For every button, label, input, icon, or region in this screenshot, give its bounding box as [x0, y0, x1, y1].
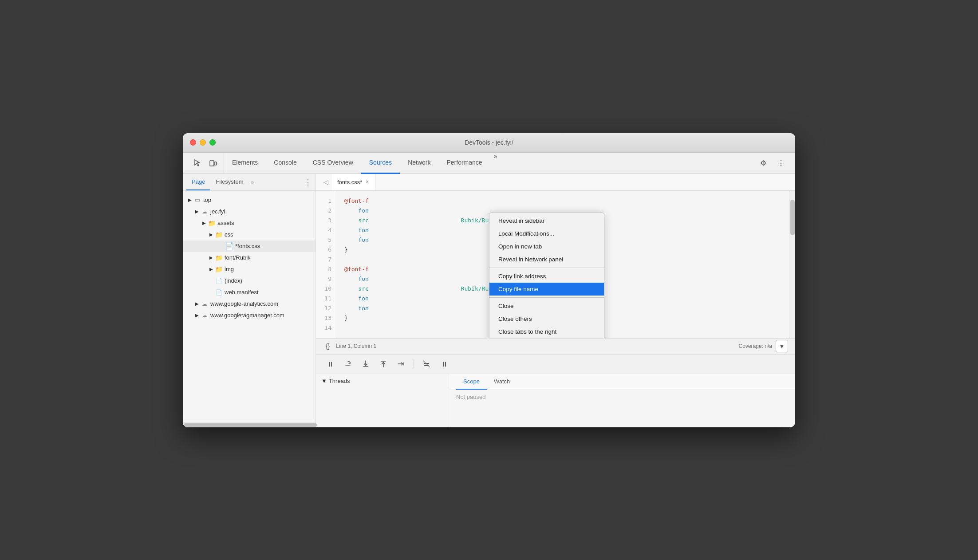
settings-button[interactable]: ⚙	[756, 156, 770, 170]
file-icon-webmanifest: 📄	[215, 288, 223, 296]
tree-label-googletagmanager: www.googletagmanager.com	[210, 312, 284, 319]
pause-button[interactable]: ⏸	[323, 357, 337, 371]
threads-arrow: ▼	[321, 378, 327, 384]
ctx-close-right[interactable]: Close tabs to the right	[489, 325, 604, 338]
toggle-sidebar-button[interactable]: ◁	[319, 176, 332, 188]
tree-item-fonts-css[interactable]: ▶ 📄 *fonts.css	[183, 241, 315, 252]
maximize-button[interactable]	[209, 139, 216, 146]
editor-scrollbar[interactable]	[789, 191, 795, 338]
coverage-button[interactable]: ▼	[776, 340, 788, 352]
svg-rect-1	[214, 162, 217, 165]
tree-label-jecfyi: jec.fyi	[210, 208, 225, 215]
tab-network[interactable]: Network	[400, 153, 438, 174]
line-num-3: 3	[316, 216, 337, 225]
sidebar-tab-filesystem[interactable]: Filesystem	[210, 174, 248, 190]
bottom-tab-watch[interactable]: Watch	[487, 374, 517, 390]
ctx-reveal-sidebar[interactable]: Reveal in sidebar	[489, 214, 604, 227]
tree-item-jecfyi[interactable]: ▶ ☁ jec.fyi	[183, 206, 315, 217]
tree-label-fonts-css: *fonts.css	[235, 243, 260, 249]
ctx-reveal-network[interactable]: Reveal in Network panel	[489, 253, 604, 266]
tree-label-assets: assets	[217, 220, 234, 226]
tab-elements[interactable]: Elements	[224, 153, 266, 174]
tab-css-overview[interactable]: CSS Overview	[305, 153, 361, 174]
tab-console[interactable]: Console	[266, 153, 304, 174]
tree-item-img[interactable]: ▶ 📁 img	[183, 264, 315, 275]
tree-item-webmanifest[interactable]: ▶ 📄 web.manifest	[183, 287, 315, 298]
sidebar-menu-button[interactable]: ⋮	[304, 177, 312, 187]
sidebar-more-tabs[interactable]: »	[251, 179, 254, 185]
bottom-content: ▼ Threads Scope Watch Not paused	[316, 374, 795, 427]
line-num-5: 5	[316, 235, 337, 245]
tree-item-top[interactable]: ▶ ▭ top	[183, 194, 315, 206]
format-button[interactable]: {}	[323, 339, 332, 353]
status-right: Coverage: n/a ▼	[739, 340, 788, 352]
ctx-copy-link[interactable]: Copy link address	[489, 270, 604, 283]
more-tabs-button[interactable]: »	[490, 153, 501, 174]
square-icon: ▭	[193, 196, 201, 204]
step-button[interactable]	[394, 357, 408, 371]
ctx-divider-2	[489, 297, 604, 298]
line-num-10: 10	[316, 284, 337, 294]
line-num-14: 14	[316, 323, 337, 333]
pause-exceptions-button[interactable]: ⏸	[437, 357, 451, 371]
cursor-position: Line 1, Column 1	[336, 343, 376, 349]
sidebar-hscrollbar-thumb	[184, 423, 317, 427]
tree-label-fontrubik: font/Rubik	[225, 254, 251, 261]
tree-arrow-googletagmanager: ▶	[193, 312, 201, 319]
line-num-11: 11	[316, 294, 337, 304]
ctx-close[interactable]: Close	[489, 300, 604, 312]
context-menu: Reveal in sidebar Local Modifications...…	[489, 212, 604, 338]
tree-item-fontrubik[interactable]: ▶ 📁 font/Rubik	[183, 252, 315, 264]
tree-arrow-jecfyi: ▶	[193, 208, 201, 215]
tree-item-google-analytics[interactable]: ▶ ☁ www.google-analytics.com	[183, 298, 315, 310]
more-options-button[interactable]: ⋮	[774, 156, 788, 170]
ctx-close-others[interactable]: Close others	[489, 312, 604, 325]
tree-item-css[interactable]: ▶ 📁 css	[183, 229, 315, 241]
inspect-icon[interactable]	[190, 156, 204, 170]
threads-header[interactable]: ▼ Threads	[321, 378, 443, 384]
toolbar-tabs: Elements Console CSS Overview Sources Ne…	[224, 153, 753, 174]
cloud-icon-googletagmanager: ☁	[201, 312, 209, 319]
line-num-4: 4	[316, 225, 337, 235]
step-into-button[interactable]	[359, 357, 373, 371]
tree-item-assets[interactable]: ▶ 📁 assets	[183, 217, 315, 229]
line-num-9: 9	[316, 274, 337, 284]
line-num-7: 7	[316, 255, 337, 264]
tree-item-googletagmanager[interactable]: ▶ ☁ www.googletagmanager.com	[183, 310, 315, 321]
folder-icon-assets: 📁	[208, 219, 216, 227]
file-icon-index: 📄	[215, 277, 223, 285]
scope-content: Not paused	[449, 390, 795, 427]
minimize-button[interactable]	[200, 139, 206, 146]
editor-tabs: ◁ fonts.css* ×	[316, 174, 795, 191]
toolbar-right: ⚙ ⋮	[753, 153, 792, 174]
tree-arrow-google-analytics: ▶	[193, 300, 201, 308]
step-over-button[interactable]	[341, 357, 355, 371]
device-toolbar-icon[interactable]	[206, 156, 220, 170]
tab-performance[interactable]: Performance	[438, 153, 490, 174]
debug-toolbar: ⏸	[316, 355, 795, 374]
tree-item-index[interactable]: ▶ 📄 (index)	[183, 275, 315, 287]
sidebar-tab-page[interactable]: Page	[186, 174, 210, 190]
traffic-lights	[190, 139, 216, 146]
status-bar: {} Line 1, Column 1 Coverage: n/a ▼	[316, 338, 795, 354]
window-title: DevTools - jec.fyi/	[465, 139, 513, 146]
ctx-local-modifications[interactable]: Local Modifications...	[489, 227, 604, 240]
ctx-copy-filename[interactable]: Copy file name	[489, 283, 604, 296]
file-tree: ▶ ▭ top ▶ ☁ jec.fyi ▶ 📁 assets	[183, 191, 315, 422]
titlebar: DevTools - jec.fyi/	[183, 133, 795, 153]
sidebar-tabs: Page Filesystem » ⋮	[183, 174, 315, 191]
editor-tab-close-button[interactable]: ×	[365, 178, 370, 186]
tab-sources[interactable]: Sources	[361, 153, 400, 174]
toolbar-icon-group	[186, 153, 224, 174]
svg-rect-0	[210, 161, 214, 166]
bottom-tab-scope[interactable]: Scope	[456, 374, 487, 390]
sidebar-hscrollbar[interactable]	[183, 422, 315, 427]
deactivate-breakpoints-button[interactable]	[419, 357, 434, 371]
editor-tab-fonts-css[interactable]: fonts.css* ×	[332, 174, 375, 190]
close-button[interactable]	[190, 139, 196, 146]
ctx-open-new-tab[interactable]: Open in new tab	[489, 240, 604, 253]
step-out-button[interactable]	[376, 357, 390, 371]
editor-panel: ◁ fonts.css* × 1 2 3 4 5 6 7 8 9	[316, 174, 795, 427]
bottom-panel: ⏸	[316, 354, 795, 427]
line-num-1: 1	[316, 196, 337, 206]
